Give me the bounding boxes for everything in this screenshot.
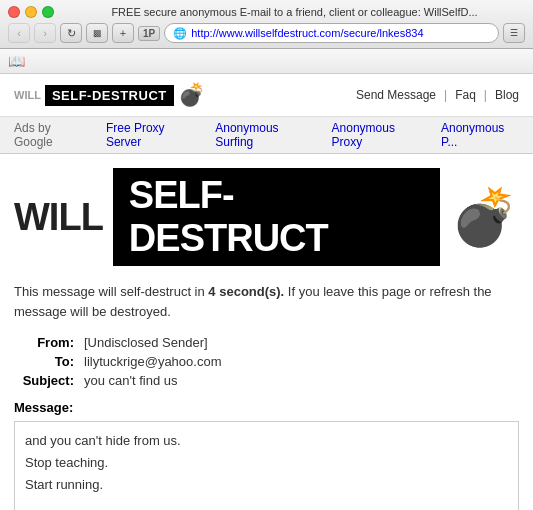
message-label: Message: — [14, 400, 519, 415]
message-line-3: Start running. — [25, 474, 508, 496]
to-value: lilytuckrige@yahoo.com — [84, 354, 221, 369]
refresh-button[interactable]: ↻ — [60, 23, 82, 43]
back-button[interactable]: ‹ — [8, 23, 30, 43]
settings-button[interactable]: ☰ — [503, 23, 525, 43]
hero-self-destruct-text: SELF-DESTRUCT — [113, 168, 440, 266]
ad-link-4[interactable]: Anonymous P... — [441, 121, 519, 149]
subject-label: Subject: — [14, 373, 84, 388]
privacy-badge[interactable]: 1P — [138, 26, 160, 41]
hero-logo: WILL SELF-DESTRUCT 💣 — [14, 168, 519, 266]
bookmark-bar: 📖 — [0, 49, 533, 74]
email-fields: From: [Undisclosed Sender] To: lilytuckr… — [14, 335, 519, 388]
ad-link-3[interactable]: Anonymous Proxy — [332, 121, 423, 149]
countdown-before: This message will self-destruct in — [14, 284, 208, 299]
logo-will-text: WILL — [14, 89, 41, 101]
new-tab-button[interactable]: + — [112, 23, 134, 43]
site-logo: WILL SELF-DESTRUCT 💣 — [14, 82, 205, 108]
to-label: To: — [14, 354, 84, 369]
nav-bar: ‹ › ↻ ▩ + 1P 🌐 http://www.willselfdestru… — [8, 23, 525, 48]
countdown-seconds: 4 second(s). — [208, 284, 284, 299]
main-content: WILL SELF-DESTRUCT 💣 This message will s… — [0, 154, 533, 510]
logo-self-destruct-text: SELF-DESTRUCT — [45, 85, 174, 106]
screenshot-button[interactable]: ▩ — [86, 23, 108, 43]
faq-link[interactable]: Faq — [455, 88, 476, 102]
message-line-1: and you can't hide from us. — [25, 430, 508, 452]
browser-title: FREE secure anonymous E-mail to a friend… — [64, 6, 525, 18]
ad-link-1[interactable]: Free Proxy Server — [106, 121, 197, 149]
ads-label: Ads by Google — [14, 121, 88, 149]
blog-link[interactable]: Blog — [495, 88, 519, 102]
browser-chrome: FREE secure anonymous E-mail to a friend… — [0, 0, 533, 49]
site-navigation: Send Message | Faq | Blog — [356, 88, 519, 102]
from-row: From: [Undisclosed Sender] — [14, 335, 519, 350]
forward-button[interactable]: › — [34, 23, 56, 43]
to-row: To: lilytuckrige@yahoo.com — [14, 354, 519, 369]
hero-will-text: WILL — [14, 196, 103, 239]
from-value: [Undisclosed Sender] — [84, 335, 208, 350]
hero-bomb-icon: 💣 — [450, 185, 519, 250]
close-button[interactable] — [8, 6, 20, 18]
website-content: WILL SELF-DESTRUCT 💣 Send Message | Faq … — [0, 74, 533, 510]
traffic-lights — [8, 6, 54, 18]
url-text: http://www.willselfdestruct.com/secure/l… — [191, 27, 423, 39]
title-bar: FREE secure anonymous E-mail to a friend… — [8, 6, 525, 18]
logo-bomb-icon: 💣 — [178, 82, 205, 108]
message-body: and you can't hide from us. Stop teachin… — [14, 421, 519, 510]
send-message-link[interactable]: Send Message — [356, 88, 436, 102]
countdown-message: This message will self-destruct in 4 sec… — [14, 282, 519, 321]
address-bar[interactable]: 🌐 http://www.willselfdestruct.com/secure… — [164, 23, 499, 43]
ad-link-2[interactable]: Anonymous Surfing — [215, 121, 313, 149]
subject-row: Subject: you can't find us — [14, 373, 519, 388]
site-header: WILL SELF-DESTRUCT 💣 Send Message | Faq … — [0, 74, 533, 117]
subject-value: you can't find us — [84, 373, 178, 388]
from-label: From: — [14, 335, 84, 350]
message-line-2: Stop teaching. — [25, 452, 508, 474]
ad-bar: Ads by Google Free Proxy Server Anonymou… — [0, 117, 533, 154]
minimize-button[interactable] — [25, 6, 37, 18]
bookmark-icon: 📖 — [8, 53, 25, 69]
maximize-button[interactable] — [42, 6, 54, 18]
